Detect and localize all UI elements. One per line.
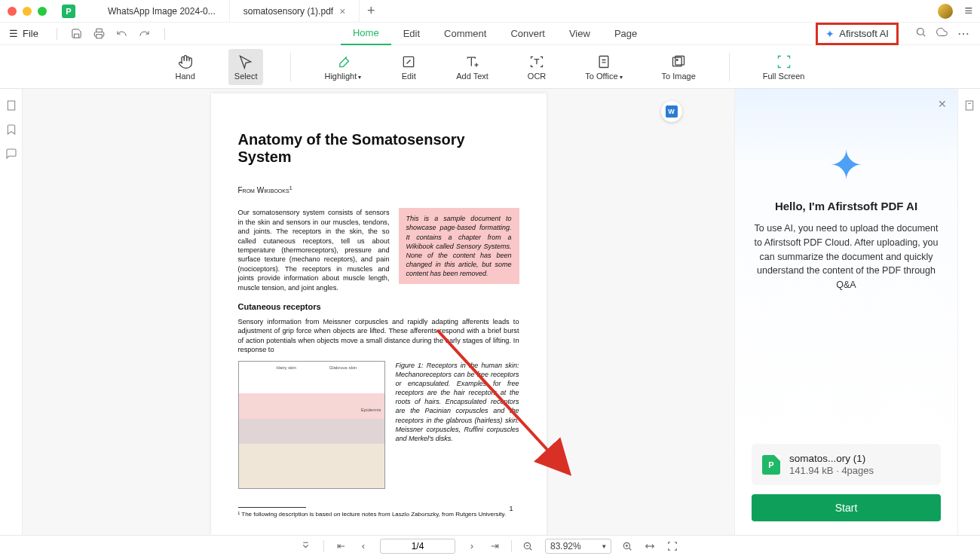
page-title: Anatomy of the Somatosensory System [238, 131, 519, 166]
content-area: W Anatomy of the Somatosensory System Fr… [0, 89, 980, 535]
tool-label: To Office▾ [585, 72, 622, 81]
tab-edit[interactable]: Edit [391, 23, 432, 45]
title-bar: P WhatsApp Image 2024-0... somatosensory… [0, 0, 980, 23]
toolbar: Hand Select Highlight▾ Edit Add Text OCR… [0, 45, 980, 89]
zoom-in-icon[interactable] [622, 541, 634, 551]
file-menu-button[interactable]: ☰ File [0, 28, 47, 39]
start-button[interactable]: Start [752, 494, 941, 521]
hand-tool[interactable]: Hand [170, 49, 201, 85]
close-panel-icon[interactable]: ✕ [938, 98, 947, 110]
svg-rect-10 [966, 101, 972, 110]
hamburger-menu-icon[interactable]: ≡ [964, 3, 972, 19]
tab-whatsapp-image[interactable]: WhatsApp Image 2024-0... [94, 0, 230, 22]
page-number: 1 [509, 505, 513, 512]
next-page-button[interactable]: › [466, 540, 478, 551]
undo-icon[interactable] [116, 28, 128, 39]
add-text-tool[interactable]: Add Text [450, 49, 495, 85]
file-card: P somatos...ory (1) 141.94 kB · 4pages [752, 444, 941, 485]
to-office-tool[interactable]: To Office▾ [579, 49, 628, 85]
file-meta: 141.94 kB · 4pages [789, 465, 874, 476]
highlight-tool[interactable]: Highlight▾ [318, 49, 367, 85]
right-sidebar [957, 89, 980, 535]
tool-label: Hand [176, 72, 195, 81]
afirstsoft-ai-button[interactable]: ✦ Afirstsoft AI [816, 23, 899, 45]
fit-width-icon[interactable] [645, 541, 657, 551]
search-icon[interactable] [915, 26, 926, 41]
tool-label: Add Text [456, 72, 488, 81]
ai-button-label: Afirstsoft AI [839, 28, 889, 39]
print-icon[interactable] [93, 28, 106, 39]
status-bar: ⇤ ‹ › ⇥ 83.92%▾ [0, 535, 980, 556]
prev-page-button[interactable]: ‹ [357, 540, 369, 551]
last-page-button[interactable]: ⇥ [488, 540, 501, 551]
window-controls [8, 7, 47, 16]
tab-label: WhatsApp Image 2024-0... [108, 6, 216, 17]
ai-panel: ✕ ✦ Hello, I'm Afirstsoft PDF AI To use … [734, 89, 957, 535]
zoom-select[interactable]: 83.92%▾ [545, 539, 611, 554]
sample-note: This is a sample document to showcase pa… [399, 208, 519, 284]
separator [290, 53, 291, 81]
svg-line-20 [629, 548, 632, 550]
maximize-window-button[interactable] [38, 7, 47, 16]
svg-rect-0 [96, 35, 103, 38]
ocr-icon [528, 53, 545, 70]
svg-line-16 [530, 548, 532, 550]
new-tab-button[interactable]: + [360, 0, 382, 22]
select-tool[interactable]: Select [228, 49, 264, 85]
figure-1-caption: Figure 1: Receptors in the human skin: M… [396, 361, 519, 489]
save-icon[interactable] [71, 28, 83, 39]
page-input[interactable] [380, 539, 455, 554]
ocr-tool[interactable]: OCR [522, 49, 552, 85]
ai-panel-description: To use AI, you need to upload the docume… [752, 221, 941, 292]
separator [729, 53, 730, 81]
main-tabs: Home Edit Comment Convert View Page [341, 23, 649, 45]
file-menu-label: File [23, 28, 38, 39]
tab-somatosensory[interactable]: somatosensory (1).pdf × [230, 0, 360, 22]
tool-label: Edit [402, 72, 416, 81]
menu-bar: ☰ File Home Edit Comment Convert View Pa… [0, 23, 980, 45]
cursor-icon [237, 53, 254, 70]
first-page-button[interactable]: ⇤ [335, 540, 347, 551]
minimize-window-button[interactable] [23, 7, 32, 16]
user-avatar[interactable] [938, 4, 953, 19]
add-text-icon [464, 53, 481, 70]
convert-to-word-badge[interactable]: W [661, 101, 682, 122]
to-image-tool[interactable]: To Image [656, 49, 702, 85]
cloud-icon[interactable] [936, 26, 948, 41]
tab-comment[interactable]: Comment [432, 23, 498, 45]
fit-page-icon[interactable] [667, 541, 679, 551]
properties-icon[interactable] [963, 99, 975, 535]
pdf-file-icon: P [762, 455, 780, 475]
pdf-page-1: W Anatomy of the Somatosensory System Fr… [211, 93, 547, 535]
more-icon[interactable]: ⋯ [957, 26, 969, 41]
subheading: Cutaneous receptors [238, 301, 519, 313]
bookmarks-icon[interactable] [5, 124, 17, 136]
byline: From Wikibooks1 [238, 185, 519, 194]
close-tab-icon[interactable]: × [339, 5, 345, 17]
first-page-icon[interactable] [301, 541, 313, 551]
redo-icon[interactable] [139, 28, 151, 39]
tab-view[interactable]: View [557, 23, 602, 45]
tab-convert[interactable]: Convert [498, 23, 557, 45]
close-window-button[interactable] [8, 7, 17, 16]
sparkle-icon: ✦ [825, 28, 835, 40]
hand-icon [177, 53, 194, 70]
file-name: somatos...ory (1) [789, 453, 874, 464]
zoom-out-icon[interactable] [522, 541, 534, 551]
edit-tool[interactable]: Edit [394, 49, 423, 85]
thumbnails-icon[interactable] [5, 99, 17, 112]
comments-icon[interactable] [5, 148, 17, 160]
ai-logo-icon: ✦ [829, 142, 863, 189]
full-screen-tool[interactable]: Full Screen [757, 49, 811, 85]
highlight-icon [335, 53, 351, 70]
to-office-icon [596, 53, 612, 70]
tool-label: To Image [662, 72, 696, 81]
document-viewport[interactable]: W Anatomy of the Somatosensory System Fr… [23, 89, 734, 535]
tab-home[interactable]: Home [341, 23, 391, 45]
svg-point-7 [677, 59, 678, 60]
tab-page[interactable]: Page [602, 23, 649, 45]
app-logo: P [62, 5, 75, 18]
tool-label: Highlight▾ [324, 72, 361, 81]
body-text-2: Sensory information from Meissner corpus… [238, 317, 519, 355]
svg-line-2 [923, 34, 925, 36]
